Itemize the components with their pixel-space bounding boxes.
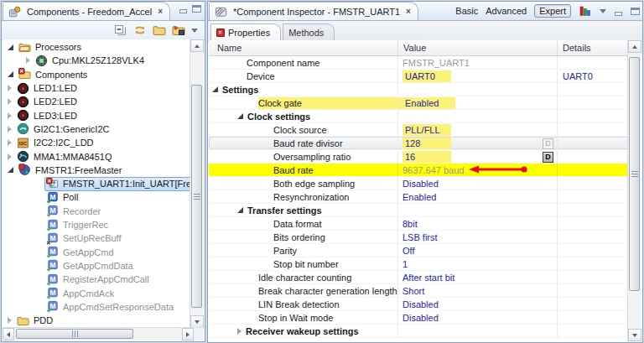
tab-components-view[interactable]: Components - Freedom_Accel × <box>3 2 170 20</box>
property-row[interactable]: Stop in Wait modeDisabled <box>209 311 628 325</box>
default-value-button[interactable]: D <box>543 152 553 163</box>
expand-arrow-icon[interactable] <box>8 112 12 119</box>
import-folder-icon[interactable] <box>172 23 185 37</box>
property-value-cell[interactable]: Disabled <box>398 298 558 310</box>
scroll-down-icon[interactable] <box>190 315 204 328</box>
tree-item[interactable]: MSetUpRecBuff <box>3 231 190 245</box>
property-value-cell[interactable]: UART0 <box>398 70 558 82</box>
tab-methods[interactable]: Methods <box>283 23 335 41</box>
scroll-right-icon[interactable] <box>182 328 194 340</box>
property-value-cell[interactable]: Short <box>398 284 558 297</box>
property-value-cell[interactable]: PLL/FLL <box>398 123 558 136</box>
close-icon[interactable]: × <box>158 7 163 16</box>
collapse-arrow-icon[interactable] <box>8 71 13 77</box>
tree-item[interactable]: LED2:LED <box>3 95 190 108</box>
property-row[interactable]: Component nameFMSTR_UART1 <box>209 56 628 70</box>
tree-item[interactable]: FMSTR1:FreeMaster <box>3 164 190 177</box>
tree-vscrollbar[interactable] <box>190 39 204 328</box>
tree-item[interactable]: Processors <box>3 40 190 54</box>
tree-item[interactable]: Cpu:MKL25Z128VLK4 <box>3 54 190 67</box>
property-row[interactable]: Baud rate9637.647 baud <box>209 164 628 177</box>
sync-icon[interactable] <box>133 23 147 37</box>
tree-item[interactable]: FMSTR_UART1:Init_UART[FreeMa <box>3 177 190 190</box>
tree-item[interactable]: Components <box>3 68 190 81</box>
tree-item[interactable]: MPoll <box>3 190 190 204</box>
expand-arrow-icon[interactable] <box>8 153 12 160</box>
table-vscroll-thumb[interactable] <box>629 57 640 291</box>
property-value-cell[interactable]: Off <box>398 244 558 257</box>
expand-arrow-icon[interactable] <box>8 85 12 91</box>
property-value-cell[interactable]: Disabled <box>398 311 558 324</box>
property-value-cell[interactable]: Enabled <box>398 96 558 109</box>
property-value-cell[interactable]: Enabled <box>398 190 558 203</box>
tree-item[interactable]: GI2C1:GenericI2C <box>3 122 190 136</box>
maximize-icon[interactable] <box>192 5 201 13</box>
property-row[interactable]: Oversampling ratio16D <box>209 150 628 164</box>
tree-item[interactable]: MRegisterAppCmdCall <box>3 273 190 286</box>
table-vscrollbar[interactable] <box>627 40 641 341</box>
tree-vscroll-thumb[interactable] <box>191 85 202 308</box>
property-row[interactable]: Clock gateEnabled <box>209 96 628 110</box>
folder-icon[interactable] <box>153 23 166 37</box>
property-value-cell[interactable]: LSB first <box>398 231 558 243</box>
property-row[interactable]: ParityOff <box>209 244 628 257</box>
property-value-cell[interactable]: 9637.647 baud <box>398 164 558 176</box>
maximize-icon[interactable] <box>631 8 640 15</box>
property-row[interactable]: Both edge samplingDisabled <box>209 177 628 190</box>
property-value-cell[interactable]: FMSTR_UART1 <box>398 56 558 69</box>
property-row[interactable]: Data format8bit <box>209 217 628 231</box>
property-row[interactable]: DeviceUART0UART0 <box>209 70 628 83</box>
property-value-cell[interactable]: 128D <box>398 137 558 149</box>
mode-advanced-button[interactable]: Advanced <box>486 6 527 16</box>
tree-item[interactable]: I2CI2C2:I2C_LDD <box>3 136 190 149</box>
tree-item[interactable]: MRecorder <box>3 205 190 218</box>
expand-arrow-icon[interactable] <box>26 57 30 64</box>
view-menu-icon[interactable] <box>600 9 606 13</box>
default-value-button[interactable]: D <box>543 138 553 149</box>
property-value-cell[interactable] <box>398 204 558 216</box>
close-icon[interactable]: × <box>406 7 411 16</box>
property-row[interactable]: Transfer settings <box>209 204 628 217</box>
tree-item[interactable]: PDD <box>3 314 190 327</box>
column-header-details[interactable]: Details <box>558 40 628 55</box>
expand-arrow-icon[interactable] <box>8 126 12 133</box>
property-row[interactable]: Baud rate divisor128D <box>209 137 628 150</box>
tree-item[interactable]: LED1:LED <box>3 81 190 95</box>
property-value-cell[interactable]: 8bit <box>398 217 558 230</box>
chart-icon[interactable] <box>579 5 592 18</box>
property-value-cell[interactable] <box>398 110 558 122</box>
property-row[interactable]: Clock settings <box>209 110 628 123</box>
tree-hscroll-thumb[interactable] <box>16 329 133 339</box>
property-row[interactable]: Stop bit number1 <box>209 257 628 271</box>
collapse-arrow-icon[interactable] <box>8 44 13 50</box>
property-value-cell[interactable] <box>398 83 558 96</box>
tree-item[interactable]: MMA1:MMA8451Q <box>3 149 190 163</box>
tree-item[interactable]: MTriggerRec <box>3 218 190 231</box>
mode-basic-button[interactable]: Basic <box>455 6 478 16</box>
scroll-up-icon[interactable] <box>628 40 641 53</box>
tree-item[interactable]: MAppCmdSetResponseData <box>3 300 190 314</box>
minimize-icon[interactable] <box>614 8 623 15</box>
collapse-arrow-icon[interactable] <box>8 167 13 173</box>
property-row[interactable]: Clock sourcePLL/FLL <box>209 123 628 137</box>
property-row[interactable]: LIN Break detectionDisabled <box>209 298 628 311</box>
tab-component-inspector[interactable]: *Component Inspector - FMSTR_UART1 × <box>209 2 418 20</box>
tree-item[interactable]: MGetAppCmd <box>3 245 190 258</box>
property-value-cell[interactable]: 1 <box>398 257 558 270</box>
column-header-name[interactable]: Name <box>209 40 398 55</box>
tab-properties[interactable]: Properties <box>210 23 281 41</box>
tree-item[interactable]: LED3:LED <box>3 108 190 122</box>
collapse-arrow-icon[interactable] <box>212 86 218 92</box>
property-row[interactable]: Bits orderingLSB first <box>209 231 628 244</box>
collapse-arrow-icon[interactable] <box>237 113 243 119</box>
expand-arrow-icon[interactable] <box>8 139 12 146</box>
tree-item[interactable]: MGetAppCmdData <box>3 259 190 273</box>
scroll-down-icon[interactable] <box>628 329 641 341</box>
property-value-cell[interactable] <box>398 325 558 337</box>
expand-arrow-icon[interactable] <box>8 317 12 324</box>
mode-expert-button[interactable]: Expert <box>534 4 571 18</box>
property-row[interactable]: Receiver wakeup settings <box>209 325 628 338</box>
minimize-icon[interactable] <box>179 5 188 13</box>
property-value-cell[interactable]: After start bit <box>398 271 558 283</box>
scroll-up-icon[interactable] <box>190 39 204 52</box>
